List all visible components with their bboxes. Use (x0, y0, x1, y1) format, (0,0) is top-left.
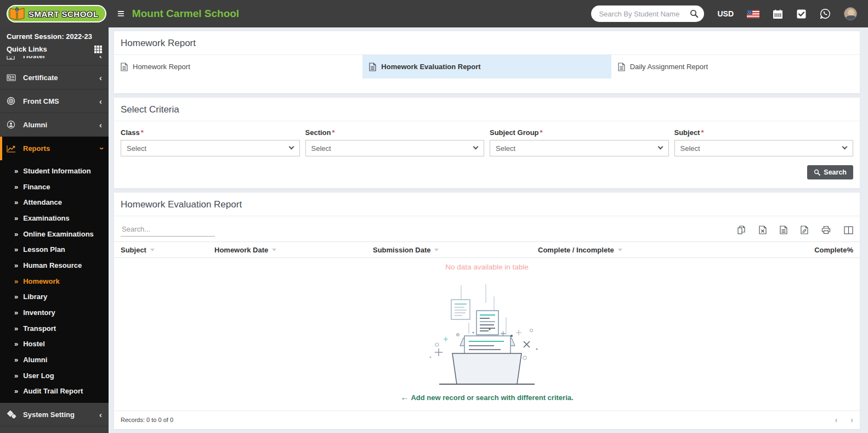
submenu-item-finance[interactable]: »Finance (0, 179, 109, 195)
quick-links-label: Quick Links (7, 45, 47, 53)
submenu-item-library[interactable]: »Library (0, 289, 109, 305)
gears-icon (7, 410, 18, 419)
submenu-item-attendance[interactable]: »Attendance (0, 194, 109, 210)
sidebar-item-reports[interactable]: Reports ‹ (0, 137, 109, 160)
column-complete-percent[interactable]: Complete% (719, 246, 853, 254)
submenu-item-homework[interactable]: »Homework (0, 273, 109, 289)
sidebar-item-label: Hostel (23, 56, 45, 60)
sidebar: Current Session: 2022-23 Quick Links Hos… (0, 27, 109, 433)
chevron-left-icon: ‹ (99, 410, 102, 419)
student-search[interactable] (591, 5, 704, 22)
columns-icon[interactable] (844, 226, 853, 234)
student-search-input[interactable] (599, 10, 690, 18)
file-icon (618, 63, 625, 71)
submenu-item-alumni[interactable]: »Alumni (0, 352, 109, 368)
sidebar-item-certificate[interactable]: Certificate ‹ (0, 66, 109, 89)
sidebar-item-system-setting[interactable]: System Setting ‹ (0, 403, 109, 426)
submenu-item-user-log[interactable]: »User Log (0, 368, 109, 384)
class-select[interactable]: Select (121, 140, 300, 156)
section-select[interactable]: Select (305, 140, 485, 156)
tab-homework-report[interactable]: Homework Report (114, 55, 362, 78)
submenu-item-hostel[interactable]: »Hostel (0, 336, 109, 352)
calendar-icon[interactable] (773, 9, 783, 19)
evaluation-report-panel: Homework Evaluation Report (114, 193, 860, 429)
brand-logo[interactable]: SMART SCHOOL (0, 5, 109, 23)
sidebar-item-label: Front CMS (23, 97, 59, 105)
table-search-input[interactable] (121, 223, 215, 237)
submenu-label: Human Resource (23, 261, 82, 269)
column-subject[interactable]: Subject (121, 246, 214, 254)
double-arrow-icon: » (14, 245, 18, 254)
grid-icon[interactable] (94, 46, 102, 53)
submenu-item-student-information[interactable]: »Student Information (0, 163, 109, 179)
submenu-label: Alumni (23, 356, 47, 364)
pagination: ‹ › (835, 415, 853, 424)
submenu-item-transport[interactable]: »Transport (0, 320, 109, 336)
search-icon[interactable] (690, 9, 699, 18)
currency-label[interactable]: USD (717, 9, 734, 18)
excel-icon[interactable] (759, 226, 767, 234)
next-page-icon[interactable]: › (850, 415, 853, 424)
subject-group-select[interactable]: Select (490, 140, 669, 156)
subject-group-field: Subject Group* Select (490, 128, 669, 156)
tab-homework-evaluation-report[interactable]: Homework Evaluation Report (362, 55, 611, 78)
chevron-left-icon: ‹ (99, 120, 102, 130)
double-arrow-icon: » (14, 230, 18, 238)
chevron-left-icon: ‹ (99, 56, 102, 60)
submenu-label: Lesson Plan (23, 245, 65, 254)
submenu-item-audit-trail-report[interactable]: »Audit Trail Report (0, 384, 109, 400)
report-title: Homework Evaluation Report (114, 193, 860, 216)
us-flag-icon[interactable] (747, 10, 759, 18)
hint-text: Add new record or search with different … (411, 393, 573, 402)
copy-icon[interactable] (737, 226, 746, 234)
search-icon (814, 169, 820, 176)
double-arrow-icon: » (14, 261, 18, 269)
submenu-item-lesson-plan[interactable]: »Lesson Plan (0, 241, 109, 257)
subject-select[interactable]: Select (674, 140, 854, 156)
submenu-label: Audit Trail Report (23, 387, 83, 395)
double-arrow-icon: » (14, 198, 18, 206)
pdf-icon[interactable] (801, 226, 808, 234)
sort-icon[interactable] (150, 249, 155, 251)
column-complete-incomplete[interactable]: Complete / Incomplete (538, 246, 719, 254)
tab-label: Homework Report (133, 63, 190, 71)
sidebar-item-alumni[interactable]: Alumni ‹ (0, 113, 109, 137)
building-icon (7, 56, 18, 60)
certificate-icon (7, 74, 18, 81)
task-check-icon[interactable] (796, 9, 807, 19)
chevron-left-icon: ‹ (99, 97, 102, 106)
double-arrow-icon: » (14, 372, 18, 380)
sidebar-item-hostel-partial[interactable]: Hostel ‹ (0, 56, 109, 66)
column-homework-date[interactable]: Homework Date (214, 246, 373, 254)
search-button[interactable]: Search (807, 165, 853, 179)
submenu-item-examinations[interactable]: »Examinations (0, 210, 109, 226)
sort-icon[interactable] (618, 249, 622, 251)
submenu-label: Homework (23, 277, 59, 285)
main-content: Homework Report Homework Report (109, 0, 868, 433)
prev-page-icon[interactable]: ‹ (835, 415, 838, 424)
quick-links[interactable]: Quick Links (0, 41, 109, 56)
table-header: Subject Homework Date Submission Date Co… (114, 241, 860, 258)
user-avatar[interactable] (844, 7, 857, 20)
double-arrow-icon: » (14, 167, 18, 175)
sort-icon[interactable] (434, 249, 439, 251)
print-icon[interactable] (821, 226, 831, 234)
chevron-down-icon: ‹ (96, 147, 105, 150)
submenu-item-inventory[interactable]: »Inventory (0, 305, 109, 320)
submenu-item-human-resource[interactable]: »Human Resource (0, 257, 109, 273)
section-label: Section* (305, 128, 485, 137)
tab-daily-assignment-report[interactable]: Daily Assignment Report (611, 55, 860, 78)
column-submission-date[interactable]: Submission Date (373, 246, 538, 254)
subject-group-label: Subject Group* (490, 128, 669, 137)
submenu-item-online-examinations[interactable]: »Online Examinations (0, 226, 109, 242)
csv-icon[interactable] (780, 226, 787, 234)
globe-icon (7, 97, 18, 105)
subject-label: Subject* (674, 128, 854, 137)
menu-toggle-icon[interactable]: ≡ (117, 8, 124, 20)
submenu-label: Hostel (23, 340, 45, 348)
file-icon (369, 63, 376, 71)
sidebar-item-front-cms[interactable]: Front CMS ‹ (0, 89, 109, 113)
whatsapp-icon[interactable] (820, 8, 831, 19)
sort-icon[interactable] (272, 249, 276, 251)
report-tabs: Homework Report Homework Evaluation Repo… (114, 55, 860, 78)
